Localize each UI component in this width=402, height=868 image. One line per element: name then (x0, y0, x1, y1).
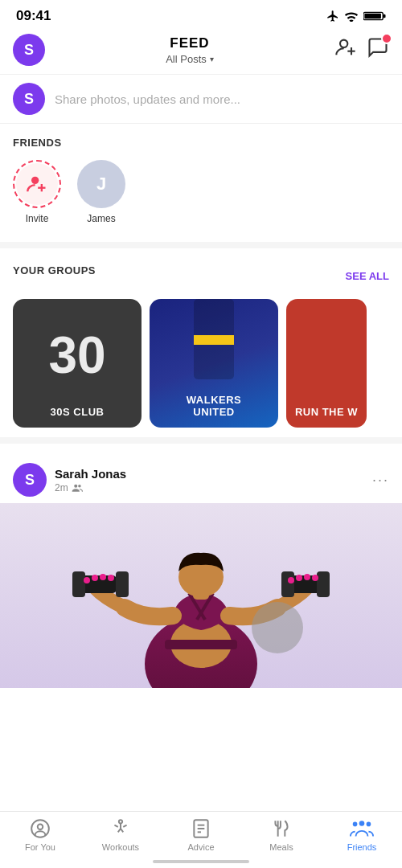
header-actions (334, 36, 389, 63)
figure-icon (110, 818, 131, 839)
svg-line-39 (114, 825, 117, 827)
friend-james-avatar: J (77, 160, 125, 208)
invite-avatar-circle (13, 160, 61, 208)
svg-point-30 (288, 577, 294, 583)
svg-point-26 (108, 575, 114, 581)
svg-point-24 (92, 575, 98, 581)
nav-item-workouts[interactable]: Workouts (80, 818, 161, 852)
nav-label-meals: Meals (269, 842, 293, 852)
post-user-name[interactable]: Sarah Jonas (55, 467, 126, 481)
post-audience-icon (72, 482, 83, 493)
group-card-30s-club[interactable]: 30 30S CLUB (13, 299, 142, 428)
svg-line-40 (123, 825, 126, 827)
workout-svg (0, 503, 402, 688)
post-bar-avatar: S (13, 83, 45, 115)
friends-row: Invite J James (13, 160, 389, 232)
document-icon (191, 818, 211, 839)
messages-button[interactable] (367, 36, 389, 63)
friend-james-label: James (87, 213, 115, 224)
nav-item-friends[interactable]: Friends (322, 818, 402, 852)
post-more-button[interactable]: ··· (372, 472, 389, 489)
svg-point-47 (353, 822, 358, 827)
section-divider-1 (0, 242, 402, 248)
nav-label-advice: Advice (187, 842, 214, 852)
svg-rect-2 (384, 14, 386, 18)
groups-section-title: YOUR GROUPS (13, 264, 96, 276)
post-bar[interactable]: S Share photos, updates and more... (0, 74, 402, 124)
group-30s-number: 30 (48, 330, 105, 381)
svg-point-25 (100, 574, 106, 580)
friends-section: FRIENDS Invite J James (0, 124, 402, 239)
add-friend-button[interactable] (334, 36, 357, 63)
notification-badge (381, 33, 392, 44)
friend-james-item[interactable]: J James (77, 160, 125, 224)
group-card-walkers-united[interactable]: WALKERSUNITED (150, 299, 278, 428)
post-user-info: S Sarah Jonas 2m (13, 463, 126, 497)
header-avatar[interactable]: S (13, 34, 45, 66)
svg-point-23 (84, 577, 90, 583)
post-header: S Sarah Jonas 2m ··· (0, 453, 402, 503)
group-30s-label: 30S CLUB (13, 406, 142, 418)
header: S FEED All Posts ▾ (0, 29, 402, 74)
svg-point-37 (38, 825, 43, 830)
svg-point-36 (31, 820, 49, 837)
svg-point-35 (252, 602, 303, 653)
friends-section-title: FRIENDS (13, 137, 389, 149)
nav-item-for-you[interactable]: For You (0, 818, 80, 852)
nav-item-meals[interactable]: Meals (241, 818, 322, 852)
group-walkers-label: WALKERSUNITED (150, 394, 278, 418)
svg-rect-29 (317, 571, 330, 597)
svg-point-48 (367, 822, 371, 827)
group-run-label: RUN THE W (286, 406, 367, 418)
see-all-button[interactable]: SEE ALL (346, 270, 389, 282)
svg-point-3 (340, 40, 347, 47)
section-divider-2 (0, 437, 402, 444)
svg-rect-28 (281, 571, 294, 597)
status-icons (326, 10, 386, 23)
svg-rect-10 (194, 335, 234, 345)
header-title: FEED (166, 35, 214, 51)
groups-row: 30 30S CLUB WALKERSUNITED RUN THE W (13, 299, 389, 428)
header-center: FEED All Posts ▾ (166, 35, 214, 65)
groups-section: YOUR GROUPS SEE ALL 30 30S CLUB WALKERSU… (0, 252, 402, 434)
svg-point-38 (119, 820, 122, 823)
bottom-spacer (0, 688, 402, 752)
airplane-icon (326, 10, 339, 23)
nav-label-friends: Friends (347, 842, 377, 852)
groups-header: YOUR GROUPS SEE ALL (13, 264, 389, 288)
svg-point-33 (312, 575, 318, 581)
post-workout-image (0, 503, 402, 688)
post-user-details: Sarah Jonas 2m (55, 467, 126, 493)
friends-group-icon (350, 818, 374, 839)
svg-point-32 (304, 574, 310, 580)
svg-rect-34 (165, 640, 237, 649)
fork-knife-icon (271, 818, 292, 839)
person-circle-icon (30, 818, 51, 839)
group-card-run-the-w[interactable]: RUN THE W (286, 299, 367, 428)
svg-point-6 (31, 177, 39, 184)
post-meta: 2m (55, 482, 126, 493)
header-subtitle-text: All Posts (166, 53, 207, 65)
post-card: S Sarah Jonas 2m ··· (0, 453, 402, 688)
header-subtitle[interactable]: All Posts ▾ (166, 53, 214, 65)
svg-rect-21 (72, 571, 85, 597)
post-user-avatar: S (13, 463, 47, 497)
svg-point-46 (359, 821, 365, 826)
post-bar-placeholder[interactable]: Share photos, updates and more... (55, 92, 240, 106)
svg-point-12 (78, 484, 81, 487)
status-bar: 09:41 (0, 0, 402, 29)
svg-rect-1 (364, 14, 381, 19)
friend-invite-item[interactable]: Invite (13, 160, 61, 224)
invite-label: Invite (26, 213, 49, 224)
nav-item-advice[interactable]: Advice (161, 818, 241, 852)
svg-rect-22 (116, 571, 129, 597)
nav-label-workouts: Workouts (102, 842, 139, 852)
svg-point-11 (74, 484, 77, 487)
post-time: 2m (55, 482, 68, 493)
invite-avatar-inner (16, 163, 58, 205)
wifi-icon (344, 10, 359, 22)
status-time: 09:41 (16, 8, 51, 24)
svg-point-31 (296, 575, 302, 581)
nav-label-for-you: For You (25, 842, 55, 852)
add-person-icon (26, 173, 48, 195)
